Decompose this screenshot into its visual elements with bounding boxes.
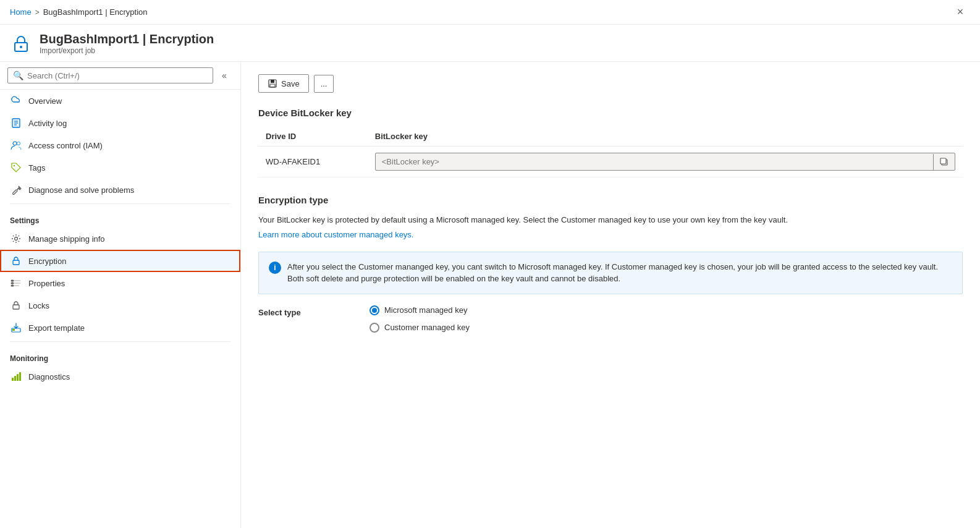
svg-point-6 — [13, 142, 17, 145]
close-button[interactable]: × — [950, 2, 970, 22]
radio-circle-microsoft — [370, 305, 379, 315]
search-icon: 🔍 — [13, 70, 23, 80]
toolbar: Save ... — [258, 74, 963, 93]
svg-point-8 — [14, 165, 15, 166]
diagnostics-icon — [10, 370, 22, 383]
breadcrumb-separator: > — [35, 8, 40, 17]
svg-rect-25 — [271, 80, 274, 83]
search-input[interactable] — [27, 71, 208, 80]
sidebar-item-export-label: Export template — [28, 323, 85, 333]
locks-icon — [10, 299, 22, 312]
col-drive-id: Drive ID — [258, 127, 368, 147]
col-bitlocker-key: BitLocker key — [368, 127, 963, 147]
svg-point-1 — [20, 46, 22, 48]
radio-customer-managed[interactable]: Customer managed key — [370, 323, 470, 333]
bitlocker-key-cell — [368, 147, 963, 177]
sidebar-search-area: 🔍 « — [0, 62, 240, 90]
people-icon — [10, 139, 22, 151]
sidebar-item-overview-label: Overview — [28, 96, 62, 106]
table-row: WD-AFAKEID1 — [258, 147, 963, 177]
svg-rect-17 — [13, 305, 19, 309]
sidebar-item-shipping-label: Manage shipping info — [28, 234, 105, 244]
activity-icon — [10, 117, 22, 129]
svg-rect-26 — [270, 84, 275, 87]
radio-microsoft-managed[interactable]: Microsoft managed key — [370, 305, 470, 315]
settings-section-header: Settings — [0, 207, 240, 228]
sidebar-item-diagnostics[interactable]: Diagnostics — [0, 365, 240, 388]
lock-icon — [10, 255, 22, 267]
svg-rect-20 — [12, 378, 14, 381]
svg-rect-21 — [14, 376, 16, 381]
info-text: After you select the Customer mananged k… — [287, 261, 952, 285]
radio-customer-label: Customer managed key — [384, 323, 470, 332]
svg-rect-23 — [19, 372, 21, 381]
tag-icon — [10, 161, 22, 174]
monitoring-divider — [10, 341, 230, 342]
page-title: BugBashImport1 | Encryption — [40, 32, 214, 46]
sidebar-item-diagnose[interactable]: Diagnose and solve problems — [0, 179, 240, 201]
sidebar: 🔍 « Overview Activity log Access control… — [0, 62, 241, 528]
sidebar-item-export-template[interactable]: Export template — [0, 317, 240, 339]
bitlocker-section-title: Device BitLocker key — [258, 108, 963, 118]
radio-group: Microsoft managed key Customer managed k… — [370, 305, 470, 333]
main-content: Save ... Device BitLocker key Drive ID B… — [241, 62, 980, 528]
select-type-label: Select type — [258, 305, 332, 317]
sidebar-item-tags-label: Tags — [28, 163, 45, 172]
save-button[interactable]: Save — [258, 74, 309, 93]
gear-icon — [10, 232, 22, 245]
sidebar-item-iam-label: Access control (IAM) — [28, 141, 103, 150]
breadcrumb-current: BugBashImport1 | Encryption — [43, 7, 148, 17]
encryption-description: Your BitLocker key is protected by defau… — [258, 214, 963, 226]
bitlocker-key-input[interactable] — [376, 153, 933, 170]
sidebar-item-properties-label: Properties — [28, 279, 65, 288]
breadcrumb-home[interactable]: Home — [10, 7, 32, 17]
sidebar-item-locks[interactable]: Locks — [0, 294, 240, 317]
more-button[interactable]: ... — [314, 75, 334, 93]
breadcrumb: Home > BugBashImport1 | Encryption — [10, 7, 148, 17]
svg-point-9 — [15, 237, 18, 241]
copy-button[interactable] — [933, 154, 955, 170]
info-box: i After you select the Customer mananged… — [258, 252, 963, 294]
page-header: BugBashImport1 | Encryption Import/expor… — [0, 25, 980, 62]
svg-rect-22 — [17, 374, 19, 381]
copy-icon — [940, 158, 948, 166]
sidebar-item-activity-log[interactable]: Activity log — [0, 112, 240, 134]
sidebar-item-tags[interactable]: Tags — [0, 156, 240, 179]
encryption-type-section: Encryption type Your BitLocker key is pr… — [258, 195, 963, 239]
export-icon — [10, 321, 22, 334]
sidebar-item-encryption[interactable]: Encryption — [0, 250, 240, 272]
learn-more-link[interactable]: Learn more about customer managed keys. — [258, 230, 413, 239]
sidebar-item-locks-label: Locks — [28, 301, 49, 310]
cloud-icon — [10, 95, 22, 107]
drive-id-cell: WD-AFAKEID1 — [258, 147, 368, 177]
collapse-button[interactable]: « — [216, 67, 233, 84]
sidebar-item-diagnostics-label: Diagnostics — [28, 372, 70, 381]
settings-divider — [10, 203, 230, 204]
svg-rect-10 — [13, 260, 19, 265]
save-icon — [268, 79, 277, 88]
page-subtitle: Import/export job — [40, 46, 214, 55]
header-text: BugBashImport1 | Encryption Import/expor… — [40, 32, 214, 55]
svg-point-7 — [17, 142, 20, 145]
sidebar-item-encryption-label: Encryption — [28, 257, 66, 266]
bitlocker-input-wrap — [375, 153, 955, 171]
svg-rect-19 — [12, 329, 15, 331]
sidebar-item-diagnose-label: Diagnose and solve problems — [28, 185, 134, 195]
monitoring-section-header: Monitoring — [0, 344, 240, 365]
radio-microsoft-label: Microsoft managed key — [384, 305, 467, 315]
sidebar-item-properties[interactable]: Properties — [0, 272, 240, 294]
svg-rect-28 — [940, 158, 946, 164]
select-type-section: Select type Microsoft managed key Custom… — [258, 305, 963, 333]
info-icon: i — [269, 262, 281, 274]
sidebar-item-activity-label: Activity log — [28, 119, 67, 128]
wrench-icon — [10, 184, 22, 196]
sidebar-item-overview[interactable]: Overview — [0, 90, 240, 112]
bitlocker-table: Drive ID BitLocker key WD-AFAKEID1 — [258, 127, 963, 177]
properties-icon — [10, 277, 22, 289]
radio-circle-customer — [370, 323, 379, 333]
header-lock-icon — [10, 33, 32, 55]
sidebar-item-manage-shipping[interactable]: Manage shipping info — [0, 228, 240, 250]
search-input-wrap[interactable]: 🔍 — [7, 67, 213, 83]
sidebar-item-access-control[interactable]: Access control (IAM) — [0, 134, 240, 156]
encryption-type-title: Encryption type — [258, 195, 963, 205]
